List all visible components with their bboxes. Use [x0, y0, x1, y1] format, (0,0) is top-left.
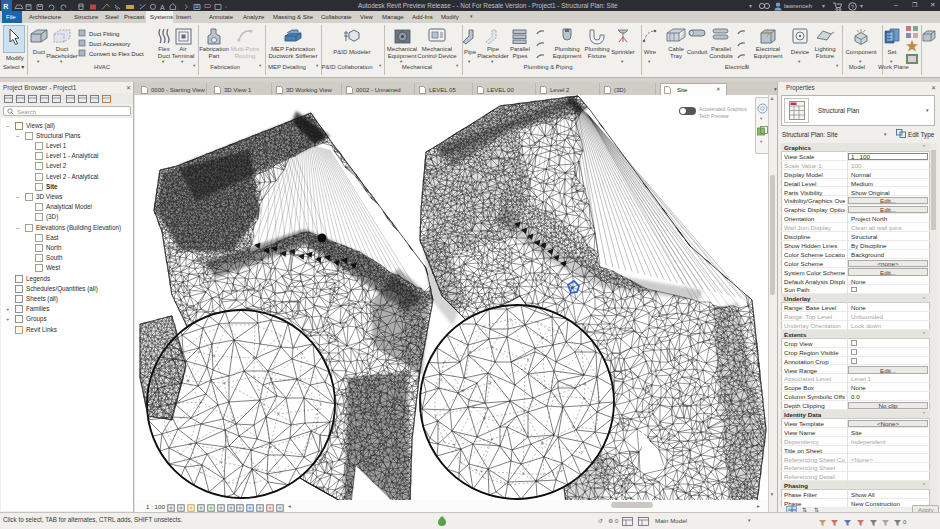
- svg-text:?: ?: [851, 3, 855, 9]
- svg-text:A: A: [160, 3, 165, 10]
